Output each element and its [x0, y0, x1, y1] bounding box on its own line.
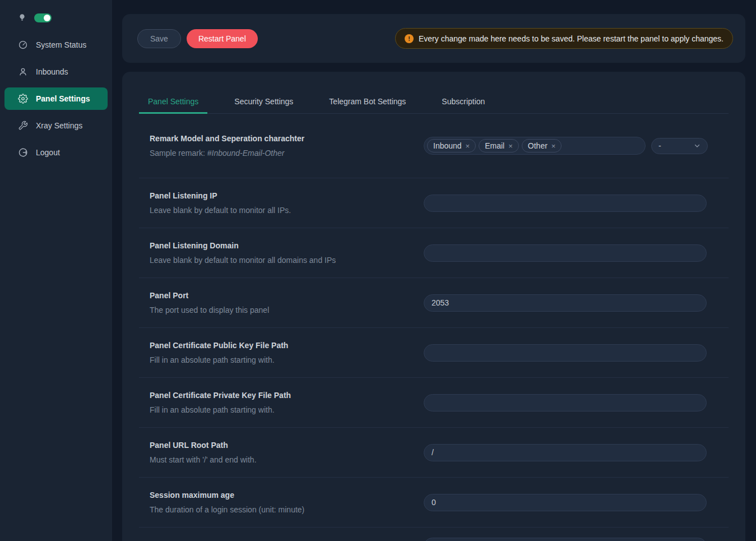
field-help: Must start with '/' and end with. [150, 455, 424, 464]
wrench-icon [18, 121, 28, 131]
settings-tabs: Panel SettingsSecurity SettingsTelegram … [139, 72, 729, 114]
field-label-block: Session maximum ageThe duration of a log… [139, 491, 424, 514]
field-label: Panel Certificate Public Key File Path [150, 341, 424, 350]
form-row-remark-model: Remark Model and Seperation charachterSa… [139, 114, 729, 178]
logout-icon [18, 147, 28, 158]
tab-telegram-bot-settings[interactable]: Telegram Bot Settings [320, 97, 415, 113]
sidebar-item-system-status[interactable]: System Status [4, 34, 108, 56]
field-label: Panel Port [150, 291, 424, 300]
form-row-panel-certificate-public-key-path: Panel Certificate Public Key File PathFi… [139, 327, 729, 377]
form-row-panel-url-root-path: Panel URL Root PathMust start with '/' a… [139, 427, 729, 477]
field-label: Remark Model and Seperation charachter [150, 134, 424, 143]
form-row-session-maximum-age: Session maximum ageThe duration of a log… [139, 477, 729, 527]
form-row-panel-port: Panel PortThe port used to display this … [139, 278, 729, 327]
field-label-block: Panel Certificate Public Key File PathFi… [139, 341, 424, 364]
save-button[interactable]: Save [137, 29, 181, 48]
sidebar-item-label: Logout [36, 148, 60, 157]
remark-model-tags-input[interactable]: Inbound×Email×Other× [424, 137, 646, 155]
field-control [424, 394, 717, 411]
close-icon[interactable]: × [551, 142, 556, 150]
field-help: Sample remark: #Inbound-Email-Other [150, 149, 424, 158]
tag-email: Email× [479, 139, 519, 152]
field-control: Inbound×Email×Other×- [424, 137, 717, 155]
field-label: Session maximum age [150, 491, 424, 500]
panel-certificate-private-key-path-input[interactable] [424, 394, 707, 411]
tag-inbound: Inbound× [427, 139, 476, 152]
field-control [424, 344, 717, 362]
sidebar-item-label: Panel Settings [36, 94, 90, 103]
sidebar-item-label: System Status [36, 40, 86, 49]
field-label-block: Remark Model and Seperation charachterSa… [139, 134, 424, 158]
field-help-sample: #Inbound-Email-Other [207, 149, 285, 158]
settings-form: Remark Model and Seperation charachterSa… [139, 114, 729, 541]
sidebar-item-xray-settings[interactable]: Xray Settings [4, 114, 108, 137]
main-column: Save Restart Panel ! Every change made h… [112, 0, 756, 541]
field-help: Leave blank by default to monitor all IP… [150, 206, 424, 215]
tag-label: Email [485, 141, 504, 150]
close-icon[interactable]: × [508, 142, 513, 150]
tab-subscription[interactable]: Subscription [433, 97, 494, 113]
field-label-block: Panel Listening DomainLeave blank by def… [139, 241, 424, 265]
field-control [424, 538, 717, 541]
panel-port-input[interactable] [424, 294, 707, 312]
sidebar-item-label: Inbounds [36, 67, 68, 76]
field-label: Panel Listening Domain [150, 241, 424, 250]
sidebar: System StatusInboundsPanel SettingsXray … [0, 0, 112, 541]
settings-card: Panel SettingsSecurity SettingsTelegram … [122, 72, 745, 541]
sidebar-menu: System StatusInboundsPanel SettingsXray … [0, 24, 112, 168]
lightbulb-icon [17, 12, 27, 24]
field-help: The port used to display this panel [150, 306, 424, 315]
close-icon[interactable]: × [466, 142, 470, 150]
field-label: Panel Listening IP [150, 191, 424, 200]
tab-panel-settings[interactable]: Panel Settings [139, 97, 207, 114]
chevron-down-icon [694, 142, 701, 149]
form-row-panel-certificate-private-key-path: Panel Certificate Private Key File PathF… [139, 377, 729, 427]
sidebar-item-inbounds[interactable]: Inbounds [4, 61, 108, 83]
tag-label: Inbound [433, 141, 462, 150]
field-help: Fill in an absolute path starting with. [150, 405, 424, 414]
sidebar-item-label: Xray Settings [36, 121, 82, 130]
select-value: - [658, 141, 661, 150]
alert-text: Every change made here needs to be saved… [419, 34, 723, 43]
user-icon [18, 67, 28, 77]
field-label: Panel URL Root Path [150, 441, 424, 450]
field-label-block: Panel URL Root PathMust start with '/' a… [139, 441, 424, 464]
theme-toggle[interactable] [34, 13, 52, 22]
toggle-knob [44, 15, 50, 21]
toolbar-card: Save Restart Panel ! Every change made h… [122, 14, 745, 63]
field-control [424, 494, 717, 511]
restart-panel-button[interactable]: Restart Panel [187, 29, 258, 48]
tab-security-settings[interactable]: Security Settings [225, 97, 302, 113]
session-maximum-age-input[interactable] [424, 494, 707, 511]
app-root: System StatusInboundsPanel SettingsXray … [0, 0, 756, 541]
sidebar-theme-row [0, 0, 112, 24]
panel-listening-domain-input[interactable] [424, 244, 707, 262]
field-control [424, 294, 717, 312]
field-label-block: Panel Listening IPLeave blank by default… [139, 191, 424, 215]
panel-url-root-path-input[interactable] [424, 444, 707, 461]
field-control [424, 444, 717, 461]
field-label-block: Panel Certificate Private Key File PathF… [139, 391, 424, 414]
warning-icon: ! [405, 34, 414, 43]
restart-warning-alert: ! Every change made here needs to be sav… [395, 28, 733, 49]
form-row-panel-listening-ip: Panel Listening IPLeave blank by default… [139, 178, 729, 228]
dashboard-icon [18, 40, 28, 50]
sidebar-item-logout[interactable]: Logout [4, 141, 108, 164]
form-row-panel-listening-domain: Panel Listening DomainLeave blank by def… [139, 228, 729, 278]
gear-icon [18, 94, 28, 104]
field-label-block [139, 538, 424, 541]
field-label: Panel Certificate Private Key File Path [150, 391, 424, 400]
field-control [424, 195, 717, 212]
panel-certificate-public-key-path-input[interactable] [424, 344, 707, 362]
sidebar-item-panel-settings[interactable]: Panel Settings [4, 87, 108, 110]
tag-label: Other [528, 141, 548, 150]
field-help: Fill in an absolute path starting with. [150, 355, 424, 364]
field-help: Leave blank by default to monitor all do… [150, 256, 424, 265]
next-row-partial-input[interactable] [424, 538, 707, 541]
separator-select[interactable]: - [651, 138, 708, 154]
panel-listening-ip-input[interactable] [424, 195, 707, 212]
field-control [424, 244, 717, 262]
field-help: The duration of a login session (unit: m… [150, 505, 424, 514]
form-row-next-row-partial [139, 527, 729, 541]
field-label-block: Panel PortThe port used to display this … [139, 291, 424, 315]
